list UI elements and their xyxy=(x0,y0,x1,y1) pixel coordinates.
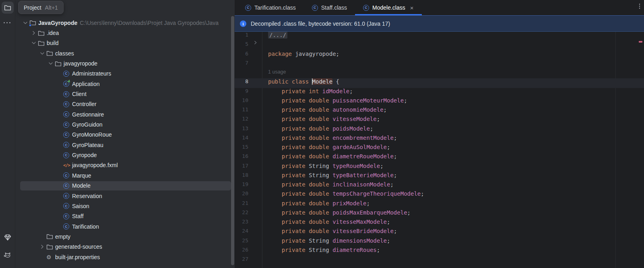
class-icon: C xyxy=(63,111,69,117)
tree-item-client[interactable]: C Client xyxy=(15,89,235,99)
chevron-down-icon[interactable] xyxy=(47,60,54,67)
code-line-22[interactable]: 22 private double poidsMaxEmbarqueModele… xyxy=(235,209,644,219)
tree-item-generated-sources[interactable]: generated-sources xyxy=(15,242,235,252)
code-line-8[interactable]: 8 public class Modele { xyxy=(235,78,644,88)
line-number[interactable]: 19 xyxy=(235,181,248,190)
tree-item-tarification[interactable]: C Tarification xyxy=(15,221,235,231)
tree-item-built-jar-properties[interactable]: ⚙ built-jar.properties xyxy=(15,252,235,262)
line-number[interactable]: 13 xyxy=(235,125,248,135)
tree-item-controller[interactable]: C Controller xyxy=(15,99,235,109)
tree-item-gyromonoroue[interactable]: C GyroMonoRoue xyxy=(15,130,235,140)
code-line-24[interactable]: 24 private double vitesseBrideModele; xyxy=(235,228,644,237)
code-line-6[interactable]: 6 package javagyropode; xyxy=(235,51,644,60)
tree-selection-highlight xyxy=(20,181,231,190)
class-icon: C xyxy=(63,172,69,178)
code-line-19[interactable]: 19 private double inclinaisonModele; xyxy=(235,181,644,190)
ide-window: JavaGyropode C:\Users\lenny\Downloads\Pr… xyxy=(0,0,644,268)
tree-item-empty[interactable]: empty xyxy=(15,231,235,241)
line-number[interactable]: 25 xyxy=(235,237,248,247)
chevron-down-icon[interactable] xyxy=(31,40,37,46)
line-number[interactable]: 9 xyxy=(235,88,248,97)
line-number[interactable]: 5 xyxy=(235,41,248,50)
project-tool-window-button[interactable] xyxy=(2,2,14,14)
code-line-21[interactable]: 21 private double prixModele; xyxy=(235,200,644,209)
cat-tool-window-button[interactable] xyxy=(2,250,14,262)
line-number[interactable]: 11 xyxy=(235,106,248,116)
code-line-23[interactable]: 23 private double vitesseMaxModele; xyxy=(235,219,644,228)
line-number[interactable]: 16 xyxy=(235,153,248,162)
line-number[interactable]: 22 xyxy=(235,209,248,219)
class-icon: C xyxy=(63,152,69,158)
tree-item-label: Application xyxy=(72,81,102,87)
usage-hint[interactable]: 1 usage xyxy=(262,69,286,78)
editor-options-icon[interactable] xyxy=(639,4,640,9)
tree-item-gyropode[interactable]: C Gyropode xyxy=(15,150,235,160)
tree-item-reservation[interactable]: C Reservation xyxy=(15,191,235,201)
code-line-25[interactable]: 25 private String dimensionsModele; xyxy=(235,237,644,247)
tree-item-marque[interactable]: C Marque xyxy=(15,170,235,180)
code-line-11[interactable]: 11 private double autonomieModele; xyxy=(235,106,644,116)
line-number[interactable]: 18 xyxy=(235,172,248,181)
tree-item-javagyropode[interactable]: javagyropode xyxy=(15,58,235,68)
code-line-14[interactable]: 14 private double encombrementModele; xyxy=(235,135,644,144)
tree-item-classes[interactable]: classes xyxy=(15,48,235,58)
line-number[interactable]: 10 xyxy=(235,97,248,106)
project-tree-scrollbar[interactable] xyxy=(231,16,234,265)
code-line-12[interactable]: 12 private double vitesseModele; xyxy=(235,116,644,125)
line-number[interactable]: 21 xyxy=(235,200,248,209)
line-number[interactable]: 17 xyxy=(235,163,248,172)
tree-item-javagyropode-fxml[interactable]: </> javagyropode.fxml xyxy=(15,160,235,170)
line-number[interactable]: 14 xyxy=(235,135,248,144)
error-stripe-mark[interactable] xyxy=(639,41,642,43)
tree-item-javagyropode[interactable]: JavaGyropode C:\Users\lenny\Downloads\Pr… xyxy=(15,18,235,28)
tree-item-build[interactable]: build xyxy=(15,38,235,48)
code-line-16[interactable]: 16 private double diametreRoueModele; xyxy=(235,153,644,162)
code-line-15[interactable]: 15 private double gardeAuSolModele; xyxy=(235,144,644,153)
code-line-20[interactable]: 20 private double tempsChargeTheoriqueMo… xyxy=(235,190,644,200)
code-line-9[interactable]: 9 private int idModele; xyxy=(235,88,644,97)
class-icon: C xyxy=(63,213,69,219)
line-number[interactable]: 12 xyxy=(235,116,248,125)
line-number[interactable]: 6 xyxy=(235,51,248,60)
code-lines: 1 /.../ 5 6 package javagyropode; 7 1 us… xyxy=(235,32,644,265)
code-editor[interactable]: 1 /.../ 5 6 package javagyropode; 7 1 us… xyxy=(235,32,644,268)
line-number[interactable]: 20 xyxy=(235,190,248,200)
code-line-17[interactable]: 17 private String typeRoueModele; xyxy=(235,163,644,172)
chevron-right-icon[interactable] xyxy=(31,30,37,36)
line-number[interactable]: 23 xyxy=(235,219,248,228)
code-line-1[interactable]: 1 /.../ xyxy=(235,32,644,41)
close-icon[interactable]: × xyxy=(410,5,414,11)
class-icon: C xyxy=(63,142,69,148)
gem-tool-window-button[interactable] xyxy=(2,231,14,243)
tree-item-application[interactable]: C Application xyxy=(15,79,235,89)
tree-item-gestionnaire[interactable]: C Gestionnaire xyxy=(15,109,235,119)
tab-tarification-class[interactable]: C Tarification.class xyxy=(237,0,304,15)
code-line-5[interactable]: 5 xyxy=(235,41,644,50)
code-line-18[interactable]: 18 private String typeBatterieModele; xyxy=(235,172,644,181)
code-line-7[interactable]: 7 xyxy=(235,60,644,69)
code-line-10[interactable]: 10 private double puissanceMoteurModele; xyxy=(235,97,644,106)
code-line-26[interactable]: 26 private String diametreRoues; xyxy=(235,247,644,256)
line-number[interactable]: 8 xyxy=(235,78,248,88)
tree-item-gyroguidon[interactable]: C GyroGuidon xyxy=(15,119,235,129)
line-number[interactable]: 15 xyxy=(235,144,248,153)
line-number[interactable]: 7 xyxy=(235,60,248,69)
line-number[interactable]: 24 xyxy=(235,228,248,237)
tree-item-administrateurs[interactable]: C Administrateurs xyxy=(15,69,235,79)
chevron-down-icon[interactable] xyxy=(22,20,29,26)
chevron-down-icon[interactable] xyxy=(39,50,45,57)
line-number[interactable]: 26 xyxy=(235,247,248,256)
folder-icon xyxy=(46,50,53,57)
tree-item-modele[interactable]: C Modele xyxy=(15,181,235,191)
tree-item-saison[interactable]: C Saison xyxy=(15,201,235,211)
chevron-right-icon[interactable] xyxy=(39,243,45,250)
tree-item-gyroplateau[interactable]: C GyroPlateau xyxy=(15,140,235,150)
tree-item-staff[interactable]: C Staff xyxy=(15,211,235,221)
tree-item--idea[interactable]: .idea xyxy=(15,28,235,38)
more-tool-windows-icon[interactable] xyxy=(4,22,10,23)
tab-staff-class[interactable]: C Staff.class xyxy=(304,0,355,15)
line-number[interactable]: 27 xyxy=(235,256,248,265)
code-line-13[interactable]: 13 private double poidsModele; xyxy=(235,125,644,135)
code-line-27[interactable]: 27 xyxy=(235,256,644,265)
tab-modele-class[interactable]: C Modele.class × xyxy=(355,0,421,15)
